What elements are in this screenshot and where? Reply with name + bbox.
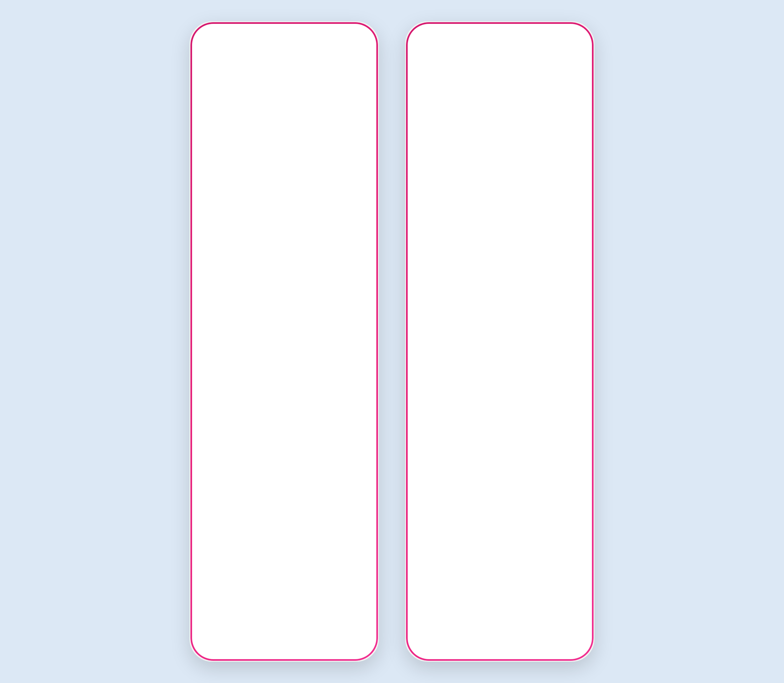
svg-point-28 [264,213,305,254]
search-placeholder: Search [221,58,252,69]
battery-icon-2 [568,32,581,41]
svg-point-14 [212,159,230,178]
photo-cell-selectable[interactable]: ✓ [532,433,594,525]
snackbar-content: Post hidden We'll recommend fewer posts … [228,568,313,611]
photo-cell-large[interactable] [253,106,378,200]
select-overlay: ✓ [406,136,468,191]
check-unselected [576,139,590,154]
photo-cell[interactable] [190,294,252,385]
status-time-1: 9:41 [203,31,223,42]
photo-cell[interactable] [253,294,315,385]
svg-rect-22 [314,136,336,159]
hide-more-button[interactable]: Hide More [320,584,363,595]
svg-rect-38 [323,301,371,370]
photo-cell[interactable] [316,294,378,385]
svg-point-46 [280,634,282,635]
photo-grid-2: ✓ [406,136,594,525]
page-title: Not interested [468,51,538,64]
select-overlay [532,341,594,432]
wifi-icon-2 [556,32,565,41]
photo-cell[interactable] [190,106,253,152]
done-button[interactable]: Done [557,52,581,63]
pill-yoga[interactable]: Yoga [312,81,352,99]
bottom-nav [190,622,378,661]
signal-icon-2: ▮▮▮ [542,33,554,40]
select-overlay: ✓ [406,249,468,340]
photo-cell-selectable[interactable] [469,341,531,432]
check-selected: ✓ [576,437,590,451]
svg-rect-52 [569,34,578,38]
phone-1: 9:41 ▮▮▮ Search Painting Nail Art Yoga B… [189,21,379,662]
nav-profile[interactable] [343,627,366,650]
svg-point-0 [345,38,346,39]
check-unselected [513,344,528,359]
svg-point-13 [193,162,210,178]
svg-rect-3 [353,34,363,38]
photo-cell-selectable-large[interactable] [469,136,594,247]
status-time-2: 9:41 [419,31,439,42]
snackbar-title: Post hidden [228,568,313,579]
select-overlay [469,433,531,525]
check-selected: ✓ [450,139,465,154]
grid-row-p2-4: ✓ [406,433,594,525]
photo-cell-selectable[interactable] [406,192,468,248]
photo-cell-selectable[interactable]: ✓ [469,249,531,340]
svg-rect-30 [316,226,378,293]
photo-cell-selectable[interactable] [469,433,531,525]
select-overlay: ✓ [469,249,531,340]
photo-cell[interactable] [253,201,315,293]
status-bar-2: 9:41 ▮▮▮ [406,22,594,48]
photo-cell-selectable[interactable] [532,249,594,340]
pill-nail-art[interactable]: Nail Art [258,81,308,99]
pill-painting[interactable]: Painting [200,81,253,99]
check-unselected [576,344,590,359]
svg-rect-34 [197,298,245,340]
pill-base[interactable]: Bas... [357,81,378,99]
svg-point-49 [560,38,562,39]
check-selected: ✓ [450,344,464,359]
signal-icon: ▮▮▮ [326,33,338,40]
check-selected: ✓ [513,252,528,266]
nav-search[interactable] [238,627,261,650]
svg-line-5 [214,64,217,67]
grid-row-3 [190,294,378,385]
svg-point-48 [352,634,357,639]
search-bar[interactable]: Search [200,51,368,74]
post-hidden-snackbar: Post hidden We'll recommend fewer posts … [197,561,371,618]
instruction-tooltip: Select posts to hide them from Explore. … [413,70,587,130]
grid-row-1 [190,106,378,200]
photo-cell[interactable] [190,201,252,293]
check-unselected [450,196,465,210]
photo-cell-selectable[interactable] [532,341,594,432]
select-overlay: ✓ [406,341,468,432]
home-indicator [258,655,310,657]
photo-cell[interactable] [190,154,253,200]
status-icons-2: ▮▮▮ [542,32,581,41]
nav-reels[interactable] [273,627,296,650]
nav-shop[interactable] [308,627,331,650]
photo-cell[interactable] [316,201,378,293]
wifi-icon [341,32,350,41]
svg-rect-51 [579,34,580,37]
grid-row-p2-2: ✓ ✓ [406,249,594,340]
svg-rect-36 [253,340,315,385]
status-icons-1: ▮▮▮ [326,32,365,41]
photo-cell-selectable[interactable] [406,433,468,525]
nav-home[interactable] [203,627,226,650]
select-overlay [406,433,468,525]
photo-cell-selectable[interactable]: ✓ [406,249,468,340]
select-overlay: ✓ [532,433,594,525]
svg-rect-16 [191,177,252,200]
photo-cell-selectable[interactable]: ✓ [406,136,468,191]
photo-cell-selectable[interactable]: ✓ [406,341,468,432]
snackbar-subtitle: We'll recommend fewer posts like this in… [228,580,313,611]
check-unselected [450,437,464,451]
svg-point-44 [283,638,285,639]
photo-grid-1 [190,106,378,385]
phone-2: 9:41 ▮▮▮ Cancel Not interested Done Sele… [405,21,595,662]
svg-point-47 [282,634,283,635]
svg-rect-2 [363,34,365,37]
select-overlay [469,341,531,432]
cancel-button[interactable]: Cancel [419,52,450,63]
battery-icon [352,32,365,41]
